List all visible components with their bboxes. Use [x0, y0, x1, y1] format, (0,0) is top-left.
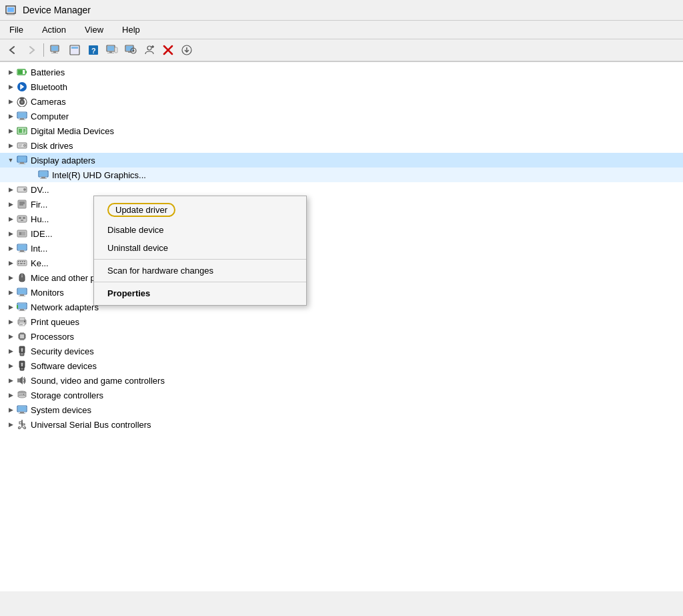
device-disk-drives[interactable]: Disk drives	[0, 138, 683, 153]
svg-rect-100	[19, 318, 25, 320]
device-security[interactable]: Security devices	[0, 344, 683, 358]
svg-rect-17	[115, 47, 117, 53]
svg-rect-57	[19, 164, 25, 164]
security-icon	[16, 345, 28, 357]
toolbar: ?	[0, 39, 683, 62]
device-usb[interactable]: Universal Serial Bus controllers	[0, 417, 683, 432]
expand-firmware[interactable]	[5, 199, 16, 210]
device-batteries[interactable]: Batteries	[0, 65, 683, 79]
svg-rect-7	[51, 53, 58, 53]
svg-rect-98	[17, 305, 18, 308]
add-device-button[interactable]	[141, 42, 158, 58]
expand-dvd[interactable]	[5, 184, 16, 195]
context-menu-scan-changes[interactable]: Scan for hardware changes	[94, 262, 306, 280]
expand-mice[interactable]	[5, 272, 16, 283]
svg-rect-72	[21, 220, 23, 221]
expand-storage[interactable]	[5, 390, 16, 400]
update-driver-view-button[interactable]	[103, 42, 121, 58]
device-digital-media[interactable]: Digital Media Devices	[0, 123, 683, 138]
context-menu-separator-1	[94, 259, 306, 260]
expand-hid[interactable]	[5, 214, 16, 224]
context-menu-properties[interactable]: Properties	[94, 284, 306, 302]
context-menu-uninstall-device[interactable]: Uninstall device	[94, 239, 306, 257]
system-label: System devices	[31, 405, 91, 415]
remove-device-button[interactable]	[159, 42, 177, 58]
context-menu-update-driver[interactable]: Update driver	[94, 199, 306, 221]
svg-rect-65	[18, 200, 26, 208]
svg-rect-60	[41, 177, 45, 178]
expand-cameras[interactable]	[5, 96, 16, 107]
svg-rect-32	[18, 70, 23, 74]
expand-monitors[interactable]	[5, 287, 16, 298]
device-computer[interactable]: Computer	[0, 109, 683, 123]
svg-rect-1	[7, 7, 14, 12]
storage-icon	[16, 389, 28, 401]
device-processors[interactable]: Processors	[0, 329, 683, 344]
svg-rect-87	[23, 263, 25, 264]
svg-rect-134	[18, 406, 26, 411]
svg-rect-83	[22, 261, 23, 262]
software-icon	[16, 360, 28, 372]
properties-button[interactable]	[66, 42, 83, 58]
device-print[interactable]: Print queues	[0, 314, 683, 329]
device-cameras[interactable]: Cameras	[0, 94, 683, 109]
menu-view[interactable]: View	[81, 23, 107, 36]
download-button[interactable]	[178, 42, 195, 58]
help-button[interactable]: ?	[85, 42, 102, 58]
svg-point-89	[21, 276, 23, 277]
monitors-label: Monitors	[31, 288, 64, 298]
menu-action[interactable]: Action	[38, 23, 70, 36]
display-adapters-icon	[16, 154, 28, 166]
expand-keyboard[interactable]	[5, 258, 16, 268]
expand-system[interactable]	[5, 404, 16, 415]
svg-rect-71	[23, 217, 25, 219]
device-storage[interactable]: Storage controllers	[0, 388, 683, 402]
expand-ide[interactable]	[5, 228, 16, 239]
svg-rect-77	[18, 245, 26, 250]
svg-rect-55	[18, 157, 26, 162]
menu-help[interactable]: Help	[118, 23, 144, 36]
menu-file[interactable]: File	[5, 23, 27, 36]
expand-usb[interactable]	[5, 419, 16, 430]
expand-digital[interactable]	[5, 125, 16, 136]
bluetooth-icon	[16, 81, 28, 93]
expand-security[interactable]	[5, 346, 16, 356]
device-intel-graphics[interactable]: Intel(R) UHD Graphics...	[0, 168, 683, 182]
expand-network[interactable]	[5, 302, 16, 312]
context-menu-disable-device[interactable]: Disable device	[94, 221, 306, 239]
svg-rect-59	[39, 172, 47, 176]
keyboard-label: Ke...	[31, 258, 49, 268]
device-software[interactable]: Software devices	[0, 358, 683, 373]
expand-print[interactable]	[5, 316, 16, 327]
svg-rect-69	[17, 216, 27, 222]
svg-rect-56	[20, 162, 24, 164]
device-manager-view-button[interactable]	[47, 42, 65, 58]
expand-computer[interactable]	[5, 111, 16, 121]
device-dvd[interactable]: DV...	[0, 182, 683, 197]
device-display-adapters[interactable]: Display adapters	[0, 153, 683, 168]
usb-label: Universal Serial Bus controllers	[31, 420, 151, 430]
title-bar-icon	[5, 4, 17, 16]
forward-button[interactable]	[23, 42, 40, 58]
device-bluetooth[interactable]: Bluetooth	[0, 79, 683, 94]
expand-software[interactable]	[5, 360, 16, 371]
expand-display[interactable]	[5, 155, 16, 166]
expand-batteries[interactable]	[5, 67, 16, 77]
expand-bluetooth[interactable]	[5, 81, 16, 92]
disk-drives-icon	[16, 139, 28, 151]
svg-rect-93	[19, 296, 25, 296]
device-sound[interactable]: Sound, video and game controllers	[0, 373, 683, 388]
expand-disk[interactable]	[5, 140, 16, 151]
svg-rect-20	[128, 51, 131, 53]
expand-intel[interactable]	[5, 243, 16, 254]
svg-rect-101	[19, 322, 25, 326]
scan-monitor-button[interactable]	[122, 42, 139, 58]
main-content: Batteries Bluetooth	[0, 62, 683, 591]
back-button[interactable]	[4, 42, 21, 58]
device-system[interactable]: System devices	[0, 402, 683, 417]
expand-sound[interactable]	[5, 375, 16, 386]
computer-icon	[16, 110, 28, 122]
menu-bar: File Action View Help	[0, 21, 683, 39]
svg-rect-81	[18, 261, 19, 262]
expand-processors[interactable]	[5, 331, 16, 342]
